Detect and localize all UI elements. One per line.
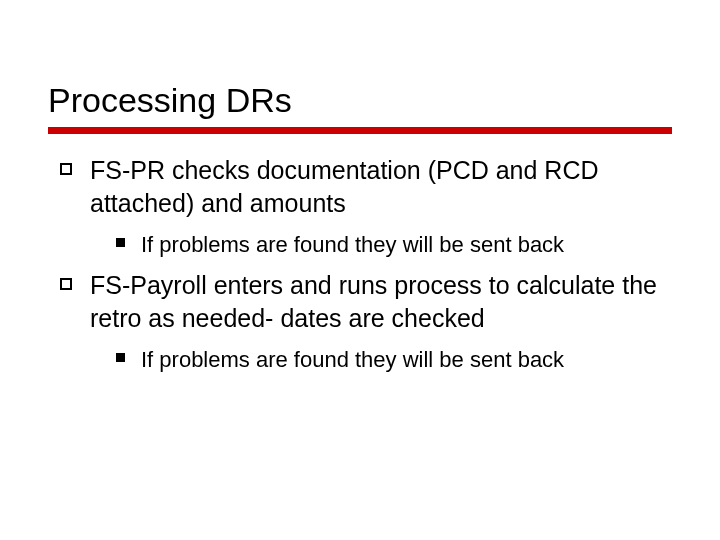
bullet-group: FS-PR checks documentation (PCD and RCD … (60, 154, 660, 259)
slide: Processing DRs FS-PR checks documentatio… (0, 0, 720, 540)
title-underline (48, 127, 672, 134)
list-item: If problems are found they will be sent … (116, 230, 660, 259)
square-open-icon (60, 163, 72, 175)
slide-content: FS-PR checks documentation (PCD and RCD … (0, 134, 720, 374)
square-open-icon (60, 278, 72, 290)
bullet-text: If problems are found they will be sent … (141, 345, 564, 374)
bullet-group: FS-Payroll enters and runs process to ca… (60, 269, 660, 374)
title-block: Processing DRs (0, 0, 720, 134)
bullet-text: If problems are found they will be sent … (141, 230, 564, 259)
square-filled-icon (116, 353, 125, 362)
list-item: If problems are found they will be sent … (116, 345, 660, 374)
list-item: FS-PR checks documentation (PCD and RCD … (60, 154, 660, 220)
list-item: FS-Payroll enters and runs process to ca… (60, 269, 660, 335)
bullet-text: FS-PR checks documentation (PCD and RCD … (90, 154, 660, 220)
slide-title: Processing DRs (48, 80, 672, 121)
square-filled-icon (116, 238, 125, 247)
bullet-text: FS-Payroll enters and runs process to ca… (90, 269, 660, 335)
